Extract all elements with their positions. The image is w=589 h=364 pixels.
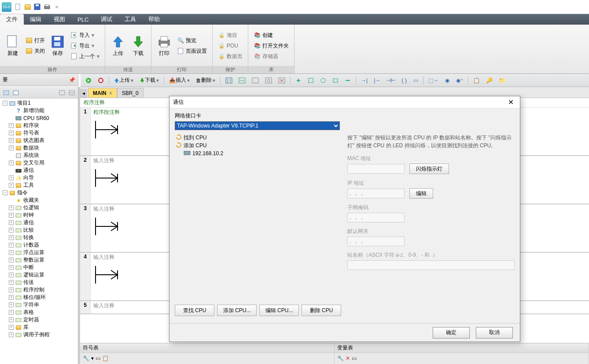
preview-button[interactable]: 🔍预览 <box>175 36 209 45</box>
tree-btn-4[interactable] <box>67 88 76 97</box>
tb-icon-1[interactable] <box>223 76 235 85</box>
qat-open-icon[interactable] <box>24 3 32 11</box>
tb-icon-13[interactable]: ⊣⊢ <box>384 76 398 85</box>
stop-button[interactable] <box>96 76 106 85</box>
tree-expander-icon[interactable]: + <box>9 235 14 240</box>
open-button[interactable]: 打开 <box>24 36 47 45</box>
tb-delete-button[interactable]: 🗑删除▾ <box>194 76 217 85</box>
prev-button[interactable]: 上一个▾ <box>69 51 101 61</box>
qat-new-icon[interactable] <box>14 3 22 11</box>
tree-node[interactable]: +传送 <box>0 279 78 286</box>
sym-tb-1[interactable]: 🔧 <box>83 355 89 361</box>
tree-node[interactable]: 通信 <box>0 167 78 174</box>
tb-icon-6[interactable] <box>293 76 304 85</box>
tab-help[interactable]: 帮助 <box>142 14 166 25</box>
cancel-button[interactable]: 取消 <box>476 327 513 339</box>
tree-node[interactable]: +转换 <box>0 234 78 241</box>
tree-node[interactable]: +逻辑运算 <box>0 271 78 279</box>
tb-icon-4[interactable] <box>263 76 274 85</box>
tab-view[interactable]: 视图 <box>48 14 71 25</box>
tree-node[interactable]: +定时器 <box>0 316 78 324</box>
dialog-titlebar[interactable]: 通信 ✕ <box>169 96 520 109</box>
tree-expander-icon[interactable]: + <box>9 273 14 277</box>
tree-btn-1[interactable] <box>2 88 11 97</box>
openfolder-button[interactable]: 📚打开文件夹 <box>252 41 291 51</box>
cpu-list-item[interactable]: 找到 CPU <box>175 134 341 142</box>
editor-tab-sbr0[interactable]: SBR_0 <box>117 88 144 98</box>
tree-btn-3[interactable] <box>58 88 66 97</box>
cpu-list[interactable]: 找到 CPU添加 CPU192.168.10.2 <box>175 134 341 301</box>
save-button[interactable]: 保存 <box>48 35 67 57</box>
tree-node[interactable]: +时钟 <box>0 211 78 219</box>
tab-close-icon[interactable]: × <box>109 90 112 96</box>
tree-expander-icon[interactable]: + <box>9 295 14 300</box>
tree-node[interactable]: +工具 <box>0 182 78 189</box>
tree-node[interactable]: +程序控制 <box>0 286 78 294</box>
tb-icon-15[interactable]: ▭ <box>411 76 420 85</box>
tree-expander-icon[interactable]: + <box>9 332 14 337</box>
tb-icon-19[interactable]: 📋 <box>471 76 482 85</box>
tree-expander-icon[interactable]: + <box>9 250 14 255</box>
tree-expander-icon[interactable]: + <box>9 265 14 270</box>
run-button[interactable] <box>83 76 94 85</box>
tree-expander-icon[interactable]: + <box>9 302 14 307</box>
tree-expander-icon[interactable]: + <box>9 160 14 165</box>
sym-tb-2[interactable]: ▾ <box>91 355 94 361</box>
qat-save-icon[interactable] <box>33 3 41 11</box>
var-tb-1[interactable]: 🔧 <box>337 355 344 361</box>
tab-tools[interactable]: 工具 <box>118 14 142 25</box>
editor-tab-main[interactable]: MAIN× <box>88 88 117 98</box>
tree-node[interactable]: +交叉引用 <box>0 159 78 167</box>
delete-cpu-button[interactable]: 删除 CPU <box>302 305 341 316</box>
tree-expander-icon[interactable]: − <box>3 190 7 195</box>
mask-input[interactable] <box>347 213 405 222</box>
tree-expander-icon[interactable]: + <box>9 317 14 322</box>
print-button[interactable]: 打印 <box>155 35 173 57</box>
tree-node[interactable]: +通信 <box>0 219 78 226</box>
create-lib-button[interactable]: 📚创建 <box>252 30 291 40</box>
tb-insert-button[interactable]: 📥插入▾ <box>167 76 192 85</box>
tree-node[interactable]: +整数运算 <box>0 256 78 264</box>
close-button[interactable]: 关闭 <box>24 46 47 56</box>
tree-expander-icon[interactable]: + <box>9 280 14 285</box>
download-button[interactable]: 下载 <box>129 35 147 57</box>
tree-expander-icon[interactable]: + <box>9 213 14 218</box>
tb-icon-21[interactable]: 📁 <box>497 76 508 85</box>
blink-button[interactable]: 闪烁指示灯 <box>409 164 449 174</box>
tree-node[interactable]: +移位/循环 <box>0 294 78 301</box>
tb-icon-3[interactable] <box>250 76 261 85</box>
tree-expander-icon[interactable]: + <box>9 310 14 315</box>
import-button[interactable]: 导入▾ <box>69 30 101 40</box>
tree-node[interactable]: +调用子例程 <box>0 331 78 339</box>
qat-more[interactable]: = <box>53 3 61 11</box>
cpu-list-item[interactable]: 添加 CPU <box>175 142 341 149</box>
tree-expander-icon[interactable]: + <box>9 243 14 248</box>
tb-icon-18[interactable]: ◉⁺ <box>454 76 465 85</box>
tree-node[interactable]: +数据块 <box>0 144 78 152</box>
project-tree[interactable]: −项目1?新增功能CPU SR60+程序块+符号表+状态图表+数据块系统块+交叉… <box>0 98 78 364</box>
tree-node[interactable]: −项目1 <box>0 99 78 107</box>
tree-expander-icon[interactable]: + <box>9 228 14 233</box>
new-button[interactable]: 新建 <box>4 35 22 57</box>
tb-icon-2[interactable] <box>236 76 248 85</box>
tree-expander-icon[interactable]: − <box>3 101 7 106</box>
mac-input[interactable] <box>347 164 405 174</box>
tree-node[interactable]: +状态图表 <box>0 137 78 144</box>
tree-expander-icon[interactable]: + <box>9 175 14 180</box>
gw-input[interactable] <box>347 237 405 246</box>
tree-expander-icon[interactable]: + <box>9 288 14 292</box>
upload-button[interactable]: 上传 <box>109 35 127 57</box>
tb-icon-8[interactable] <box>318 76 328 85</box>
station-input[interactable] <box>347 260 515 270</box>
find-cpu-button[interactable]: 查找 CPU <box>175 305 214 316</box>
ok-button[interactable]: 确定 <box>433 327 470 339</box>
tb-download-button[interactable]: 下载▾ <box>137 76 161 85</box>
tree-node[interactable]: CPU SR60 <box>0 114 78 122</box>
tree-node[interactable]: −指令 <box>0 189 78 197</box>
tb-icon-12[interactable]: |→ <box>372 76 383 85</box>
tree-expander-icon[interactable]: + <box>9 146 14 150</box>
tree-node[interactable]: +表格 <box>0 309 78 316</box>
var-tb-2[interactable]: ✕ <box>346 355 350 361</box>
dialog-close-icon[interactable]: ✕ <box>505 97 516 107</box>
tree-node[interactable]: ?新增功能 <box>0 107 78 114</box>
